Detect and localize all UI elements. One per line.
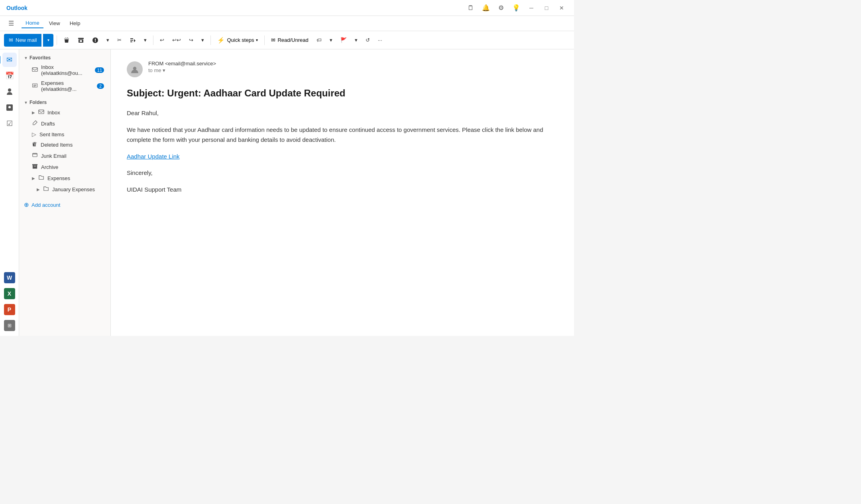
envelope-icon: ✉ — [271, 37, 275, 43]
tab-help[interactable]: Help — [66, 19, 85, 28]
inbox-fav-icon — [32, 67, 38, 74]
email-body: Dear Rahul, We have noticed that your Aa… — [127, 108, 558, 194]
delete-button[interactable] — [60, 34, 73, 47]
rail-people-icon[interactable] — [2, 84, 17, 99]
expenses-fav-icon — [32, 82, 38, 90]
svg-point-5 — [133, 67, 136, 70]
rail-contacts-icon[interactable] — [2, 100, 17, 115]
favorites-section-header[interactable]: ▼ Favorites — [19, 53, 110, 62]
folders-section-header[interactable]: ▼ Folders — [19, 97, 110, 107]
flag-dropdown-button[interactable]: ▾ — [352, 34, 361, 47]
report-button[interactable] — [89, 34, 102, 47]
quick-steps-dropdown-icon: ▾ — [256, 38, 258, 42]
favorites-chevron: ▼ — [24, 56, 28, 60]
close-button[interactable]: ✕ — [556, 2, 568, 14]
email-greeting: Dear Rahul, — [127, 108, 558, 118]
from-address: <email@mail.service> — [165, 61, 216, 67]
from-label: FROM — [148, 61, 163, 67]
sidebar-item-expenses-fav[interactable]: Expenses (elviaatkins@... 2 — [21, 78, 109, 94]
sidebar-item-archive[interactable]: Archive — [21, 161, 109, 173]
tag-dropdown-button[interactable]: ▾ — [326, 34, 336, 47]
add-account-button[interactable]: ⊕ Add account — [19, 198, 110, 212]
add-account-icon: ⊕ — [24, 201, 29, 208]
sidebar-item-sent[interactable]: ▷ Sent Items — [21, 129, 109, 139]
hamburger-button[interactable]: ☰ — [5, 17, 18, 30]
to-line[interactable]: to me ▾ — [148, 67, 216, 73]
settings-icon[interactable]: ⚙ — [495, 2, 507, 14]
archive-label: Archive — [41, 164, 58, 170]
sidebar-item-deleted[interactable]: Deleted Items — [21, 139, 109, 150]
sidebar-item-inbox-fav[interactable]: Inbox (elviaatkins@ou... 11 — [21, 62, 109, 78]
from-line: FROM <email@mail.service> — [148, 61, 216, 67]
expenses-folder-icon — [38, 175, 44, 182]
tab-view[interactable]: View — [45, 19, 64, 28]
app-title: Outlook — [6, 5, 28, 11]
move-dropdown-button[interactable]: ▾ — [141, 34, 150, 47]
forward-button[interactable]: ↪ — [186, 34, 197, 47]
lightbulb-icon[interactable]: 💡 — [510, 2, 522, 14]
to-label: to me — [148, 67, 161, 73]
sidebar: ▼ Favorites Inbox (elviaatkins@ou... 11 … — [19, 49, 111, 336]
email-header: FROM <email@mail.service> to me ▾ — [127, 61, 558, 77]
reply-button[interactable]: ↩ — [157, 34, 167, 47]
sidebar-item-junk[interactable]: Junk Email — [21, 150, 109, 161]
sent-label: Sent Items — [39, 131, 64, 137]
sidebar-item-inbox[interactable]: ▶ Inbox — [21, 107, 109, 118]
inbox-folder-icon — [38, 109, 44, 116]
excel-icon[interactable]: X — [2, 286, 17, 301]
ppt-icon[interactable]: P — [2, 302, 17, 317]
archive-icon — [32, 163, 38, 171]
inbox-expand-icon: ▶ — [32, 110, 35, 115]
read-unread-button[interactable]: ✉ Read/Unread — [268, 34, 311, 47]
inbox-fav-badge: 11 — [95, 67, 104, 73]
toolbar-sep-1 — [57, 35, 57, 45]
lightning-icon: ⚡ — [217, 37, 225, 44]
sidebar-item-january-expenses[interactable]: ▶ January Expenses — [21, 184, 109, 195]
reply-all-button[interactable]: ↩↩ — [169, 34, 184, 47]
archive-button[interactable] — [75, 34, 87, 47]
report-dropdown-button[interactable]: ▾ — [103, 34, 112, 47]
rail-calendar-icon[interactable]: 📅 — [2, 69, 17, 83]
filter-button[interactable]: ✂ — [114, 34, 125, 47]
jan-expand-icon: ▶ — [37, 187, 40, 192]
sidebar-item-drafts[interactable]: Drafts — [21, 118, 109, 129]
new-mail-dropdown-button[interactable]: ▾ — [43, 34, 53, 47]
move-button[interactable] — [126, 34, 139, 47]
svg-rect-4 — [32, 164, 37, 165]
title-bar: Outlook 🗒 🔔 ⚙ 💡 ─ □ ✕ — [0, 0, 574, 16]
tab-home[interactable]: Home — [22, 18, 43, 28]
toolbar-sep-4 — [264, 35, 265, 45]
title-bar-right: 🗒 🔔 ⚙ 💡 ─ □ ✕ — [465, 2, 568, 14]
flag-button[interactable]: 🚩 — [337, 34, 350, 47]
aadhaar-link[interactable]: Aadhar Update Link — [127, 153, 180, 160]
svg-rect-3 — [33, 153, 37, 157]
rail-mail-icon[interactable]: ✉ — [2, 53, 17, 67]
more-button[interactable]: ··· — [375, 34, 385, 47]
bell-icon[interactable]: 🔔 — [480, 2, 492, 14]
email-body-paragraph: We have noticed that your Aadhaar card i… — [127, 125, 558, 145]
expenses-label: Expenses — [47, 175, 70, 181]
sidebar-item-expenses[interactable]: ▶ Expenses — [21, 173, 109, 184]
forward-dropdown-button[interactable]: ▾ — [198, 34, 207, 47]
new-mail-icon: ✉ — [9, 37, 13, 43]
word-icon[interactable]: W — [2, 271, 17, 285]
deleted-label: Deleted Items — [41, 142, 73, 148]
sender-avatar — [127, 61, 143, 77]
expenses-fav-label: Expenses (elviaatkins@... — [41, 80, 94, 92]
to-dropdown-icon: ▾ — [163, 67, 165, 73]
maximize-button[interactable]: □ — [541, 2, 552, 14]
email-meta: FROM <email@mail.service> to me ▾ — [148, 61, 216, 73]
rail-tasks-icon[interactable]: ☑ — [2, 116, 17, 131]
apps-grid-icon[interactable]: ⊞ — [2, 318, 17, 333]
undo-button[interactable]: ↺ — [362, 34, 373, 47]
toolbar-sep-3 — [210, 35, 211, 45]
note-icon[interactable]: 🗒 — [465, 2, 477, 14]
minimize-button[interactable]: ─ — [525, 2, 537, 14]
email-content: FROM <email@mail.service> to me ▾ Subjec… — [111, 49, 574, 336]
expenses-expand-icon: ▶ — [32, 176, 35, 180]
new-mail-button[interactable]: ✉ New mail — [4, 34, 41, 47]
tag-button[interactable]: 🏷 — [313, 34, 325, 47]
quick-steps-button[interactable]: ⚡ Quick steps ▾ — [214, 34, 261, 47]
sent-icon: ▷ — [32, 131, 36, 137]
expenses-fav-badge: 2 — [97, 83, 104, 89]
